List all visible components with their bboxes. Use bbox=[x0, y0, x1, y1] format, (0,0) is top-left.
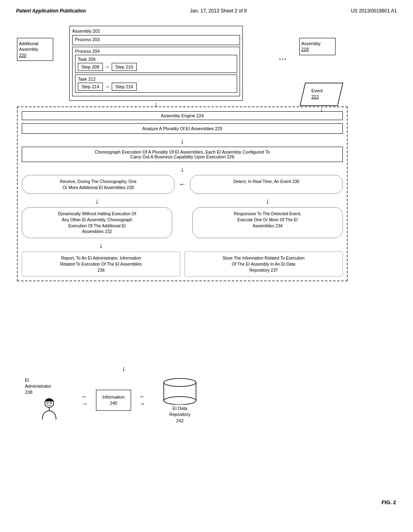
arrow-receive-down: ↓ bbox=[22, 197, 172, 206]
task-212-steps: Step 214 → Step 216 bbox=[78, 83, 234, 91]
arrow-right-2: → bbox=[139, 400, 146, 407]
arrow-detect-down: ↓ bbox=[192, 197, 343, 206]
arrows-row-2: ↓ bbox=[22, 241, 343, 250]
process-203-label: Process 203 bbox=[75, 37, 237, 42]
arrow-detect: ← bbox=[179, 175, 186, 194]
arrow-engine-info: ↓ bbox=[122, 364, 125, 373]
header-left: Patent Application Publication bbox=[16, 8, 86, 14]
arrow-214-216: → bbox=[104, 84, 110, 89]
event-222-shape: Event 222 bbox=[299, 82, 344, 106]
header-right: US 2013/0018801 A1 bbox=[351, 8, 397, 14]
dynamically-box: Dynamically Without Halting Execution Of… bbox=[22, 207, 172, 238]
information-box: Information 240 bbox=[96, 390, 131, 411]
arrow-choreograph-receive: ↓ bbox=[22, 165, 343, 174]
task-212-label: Task 212 bbox=[78, 77, 234, 81]
choreograph-text: Choreograph Execution Of A Plurality Of … bbox=[95, 150, 270, 159]
assembly-218-label: Assembly218 bbox=[301, 41, 321, 52]
responsive-box: Responsive To The Detected Event, Execut… bbox=[192, 207, 343, 238]
spacer-1 bbox=[176, 197, 188, 206]
svg-point-5 bbox=[50, 402, 52, 404]
additional-assembly-220-box: AdditionalAssembly220 bbox=[17, 38, 53, 61]
spacer-3 bbox=[184, 241, 343, 250]
svg-text:222: 222 bbox=[311, 94, 319, 99]
svg-point-8 bbox=[164, 378, 196, 387]
person-icon bbox=[38, 397, 60, 424]
store-box: Store The Information Related To Executi… bbox=[184, 251, 343, 276]
ei-data-repo-area: EI Data Repository 242 bbox=[154, 376, 206, 424]
arrow-right-1: → bbox=[81, 400, 88, 407]
bottom-section: EI Administrator 238 bbox=[25, 376, 206, 424]
task-206-box: Task 206 Step 208 → Step 210 bbox=[75, 55, 237, 73]
additional-assembly-220-label: AdditionalAssembly220 bbox=[19, 41, 38, 58]
report-box: Report, To An EI Administrator, Informat… bbox=[22, 251, 180, 276]
process-204-label: Process 204 bbox=[75, 49, 237, 54]
svg-point-9 bbox=[164, 397, 196, 405]
report-store-row: Report, To An EI Administrator, Informat… bbox=[22, 251, 343, 276]
svg-text:Event: Event bbox=[311, 88, 323, 93]
process-204-box: Process 204 Task 206 Step 208 → Step 210… bbox=[72, 47, 240, 96]
step-210-box: Step 210 bbox=[112, 63, 137, 71]
arrows-admin-info: ← → bbox=[81, 393, 88, 407]
diagram-area: Assembly 202 Process 203 Process 204 Tas… bbox=[17, 26, 396, 509]
assembly-202-box: Assembly 202 Process 203 Process 204 Tas… bbox=[69, 26, 243, 101]
arrow-event-engine: → bbox=[318, 107, 325, 113]
arrow-analyze-choreograph: ↓ bbox=[22, 137, 343, 145]
engine-title: Assembly Engine 224 bbox=[22, 111, 343, 120]
task-206-label: Task 206 bbox=[78, 57, 234, 62]
task-206-steps: Step 208 → Step 210 bbox=[78, 63, 234, 71]
ei-admin-area: EI Administrator 238 bbox=[25, 377, 73, 424]
header-center: Jan. 17, 2013 Sheet 2 of 8 bbox=[190, 8, 247, 14]
step-214-box: Step 214 bbox=[78, 83, 103, 91]
svg-point-4 bbox=[47, 402, 48, 404]
detect-box: Detect, In Real Time, An Event 230 bbox=[190, 175, 343, 194]
page: Patent Application Publication Jan. 17, … bbox=[0, 0, 413, 532]
receive-box: Receive, During The Choreography, One Or… bbox=[22, 175, 175, 194]
step-216-box: Step 216 bbox=[112, 83, 137, 91]
assembly-202-label: Assembly 202 bbox=[72, 29, 240, 33]
step-208-box: Step 208 bbox=[78, 63, 103, 71]
arrow-left-1: ← bbox=[81, 393, 88, 400]
receive-detect-row: Receive, During The Choreography, One Or… bbox=[22, 175, 343, 194]
choreograph-box: Choreograph Execution Of A Plurality Of … bbox=[22, 147, 343, 162]
fig-label: FIG. 2 bbox=[382, 499, 396, 505]
arrows-info-db: ← → bbox=[139, 393, 146, 407]
analyze-box: Analyze A Plurality Of EI Assemblies 225 bbox=[22, 123, 343, 134]
database-icon bbox=[162, 376, 198, 405]
dynamic-responsive-row: Dynamically Without Halting Execution Of… bbox=[22, 207, 343, 238]
task-212-box: Task 212 Step 214 → Step 216 bbox=[75, 75, 237, 93]
arrow-208-210: → bbox=[104, 64, 110, 70]
arrow-dynamic-down: ↓ bbox=[22, 241, 180, 250]
arrow-left-2: ← bbox=[139, 393, 146, 400]
assembly-218-box: Assembly218 bbox=[299, 38, 336, 55]
page-header: Patent Application Publication Jan. 17, … bbox=[16, 8, 397, 14]
spacer-2 bbox=[176, 207, 188, 238]
ellipsis-dots: ... bbox=[279, 54, 287, 61]
engine-box: Assembly Engine 224 Analyze A Plurality … bbox=[17, 106, 348, 281]
ei-admin-label: EI Administrator 238 bbox=[25, 377, 51, 396]
arrows-row-1: ↓ ↓ bbox=[22, 197, 343, 206]
ei-data-repo-label: EI Data Repository 242 bbox=[169, 405, 191, 424]
process-203-box: Process 203 bbox=[72, 35, 240, 45]
svg-marker-0 bbox=[300, 83, 343, 106]
